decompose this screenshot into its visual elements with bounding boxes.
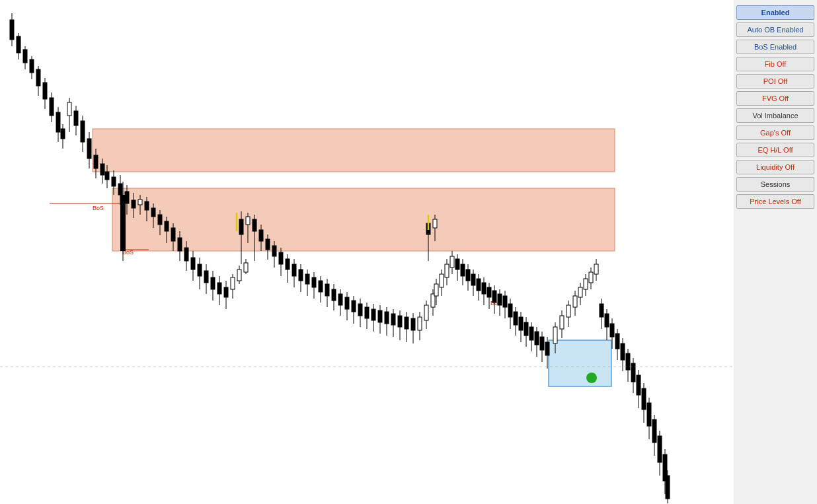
sidebar-btn-sessions[interactable]: Sessions [736, 177, 814, 192]
sidebar-btn-enabled[interactable]: Enabled [736, 5, 814, 20]
sidebar-btn-price-levels-off[interactable]: Price Levels Off [736, 194, 814, 209]
sidebar-btn-gap's-off[interactable]: Gap's Off [736, 126, 814, 140]
chart-area [0, 0, 734, 504]
sidebar-btn-vol-imbalance[interactable]: Vol Imbalance [736, 108, 814, 123]
sidebar-btn-fib-off[interactable]: Fib Off [736, 57, 814, 71]
sidebar-btn-fvg-off[interactable]: FVG Off [736, 91, 814, 106]
sidebar-btn-auto-ob-enabled[interactable]: Auto OB Enabled [736, 22, 814, 37]
sidebar: EnabledAuto OB EnabledBoS EnabledFib Off… [734, 0, 817, 504]
sidebar-btn-bos-enabled[interactable]: BoS Enabled [736, 40, 814, 54]
sidebar-btn-eq-h/l-off[interactable]: EQ H/L Off [736, 143, 814, 157]
sidebar-btn-poi-off[interactable]: POI Off [736, 74, 814, 89]
sidebar-btn-liquidity-off[interactable]: Liquidity Off [736, 160, 814, 174]
